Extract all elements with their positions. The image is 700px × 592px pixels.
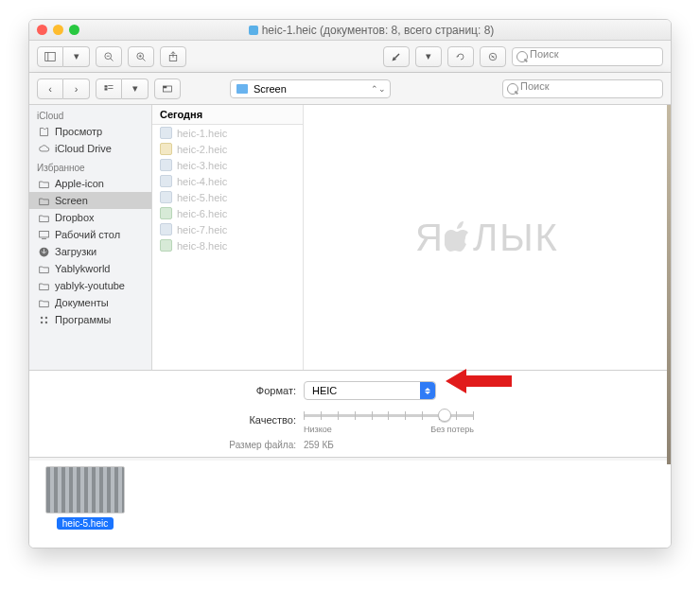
folder-icon: [37, 280, 50, 291]
file-column: Сегодня heic-1.heic heic-2.heic heic-3.h…: [152, 105, 304, 370]
filesize-label: Размер файла:: [29, 440, 296, 450]
titlebar: heic-1.heic (документов: 8, всего страни…: [29, 20, 671, 41]
sidebar-section-fav: Избранное: [29, 157, 151, 175]
svg-point-22: [40, 316, 42, 318]
file-row[interactable]: heic-7.heic: [152, 221, 303, 237]
quality-low-label: Низкое: [304, 425, 332, 434]
svg-line-11: [395, 54, 400, 59]
chevron-updown-icon: [420, 382, 435, 399]
sidebar-item-screen[interactable]: Screen: [29, 192, 151, 209]
markup-button[interactable]: [383, 46, 410, 67]
downloads-icon: [37, 246, 50, 257]
svg-rect-19: [39, 231, 48, 237]
path-popup[interactable]: Screen ⌃⌄: [230, 79, 391, 98]
group-button[interactable]: [154, 78, 181, 99]
watermark-text: ЛЫК: [473, 217, 559, 259]
sidebar-item-apple-icon[interactable]: Apple-icon: [29, 175, 151, 192]
folder-icon: [37, 297, 50, 308]
preview-area: Я ЛЫК: [304, 105, 671, 370]
thumbnail-label: heic-5.heic: [57, 517, 114, 530]
chevron-updown-icon: ⌃⌄: [371, 84, 386, 94]
sidebar-item-icloud-drive[interactable]: iCloud Drive: [29, 140, 151, 157]
file-icon: [160, 127, 172, 139]
preview-window: heic-1.heic (документов: 8, всего страни…: [28, 19, 672, 548]
app-icon: [37, 126, 50, 137]
nav-back-button[interactable]: ‹: [37, 78, 63, 99]
file-row[interactable]: heic-2.heic: [152, 141, 303, 157]
svg-line-3: [111, 58, 114, 61]
desktop-icon: [37, 229, 50, 240]
svg-rect-0: [45, 52, 56, 61]
sidebar-item-dropbox[interactable]: Dropbox: [29, 209, 151, 226]
sidebar: iCloud Просмотр iCloud Drive Избранное A…: [29, 105, 152, 370]
view-mode-button[interactable]: [96, 78, 122, 99]
sheet-search-input[interactable]: Поиск: [502, 79, 663, 98]
sidebar-item-yablykworld[interactable]: Yablykworld: [29, 260, 151, 277]
thumbnail-image: [45, 466, 125, 514]
zoom-out-button[interactable]: [96, 46, 122, 67]
apps-icon: [37, 314, 50, 325]
view-mode-menu[interactable]: ▾: [122, 78, 149, 99]
minimize-icon[interactable]: [53, 25, 63, 35]
sidebar-toggle-menu[interactable]: ▾: [63, 46, 90, 67]
sidebar-item-documents[interactable]: Документы: [29, 294, 151, 311]
file-icon: [160, 175, 172, 187]
sidebar-item-preview[interactable]: Просмотр: [29, 123, 151, 140]
folder-icon: [37, 212, 50, 223]
save-sheet: ‹ › ▾ Screen ⌃⌄ Поиск iC: [29, 73, 671, 461]
watermark-text: Я: [415, 217, 445, 259]
path-popup-label: Screen: [254, 83, 287, 95]
background-strip: [667, 105, 672, 464]
file-row[interactable]: heic-6.heic: [152, 205, 303, 221]
markup-menu[interactable]: ▾: [415, 46, 442, 67]
format-popup[interactable]: HEIC: [304, 381, 436, 400]
file-column-header: Сегодня: [152, 105, 303, 125]
file-row[interactable]: heic-3.heic: [152, 157, 303, 173]
slider-knob[interactable]: [438, 409, 451, 422]
background-thumbnails: heic-5.heic: [29, 461, 671, 548]
svg-line-6: [143, 58, 146, 61]
zoom-icon[interactable]: [69, 25, 79, 35]
sidebar-section-icloud: iCloud: [29, 105, 151, 123]
nav-forward-button[interactable]: ›: [63, 78, 90, 99]
svg-rect-16: [108, 88, 113, 89]
svg-point-25: [44, 321, 46, 322]
file-icon: [160, 223, 172, 235]
toolbar-search-input[interactable]: Поиск: [512, 47, 663, 66]
svg-point-23: [44, 316, 46, 318]
sidebar-item-yablyk-youtube[interactable]: yablyk-youtube: [29, 277, 151, 294]
folder-icon: [236, 84, 248, 94]
close-icon[interactable]: [37, 25, 47, 35]
sidebar-item-desktop[interactable]: Рабочий стол: [29, 226, 151, 243]
quality-slider[interactable]: [304, 406, 474, 425]
thumbnail[interactable]: heic-5.heic: [43, 466, 128, 530]
zoom-in-button[interactable]: [128, 46, 154, 67]
svg-point-24: [40, 321, 42, 322]
file-icon: [160, 191, 172, 203]
folder-icon: [37, 178, 50, 189]
file-row[interactable]: heic-1.heic: [152, 125, 303, 141]
file-icon: [160, 143, 172, 155]
cloud-icon: [37, 143, 50, 154]
sidebar-item-apps[interactable]: Программы: [29, 311, 151, 328]
filesize-value: 259 КБ: [304, 440, 334, 450]
format-value: HEIC: [312, 385, 337, 396]
svg-rect-18: [164, 86, 167, 88]
file-icon: [160, 207, 172, 219]
window-title: heic-1.heic (документов: 8, всего страни…: [262, 24, 495, 37]
file-row[interactable]: heic-8.heic: [152, 237, 303, 253]
share-button[interactable]: [160, 46, 186, 67]
rotate-button[interactable]: [447, 46, 474, 67]
svg-rect-15: [108, 85, 113, 86]
svg-marker-26: [446, 369, 512, 393]
format-label: Формат:: [29, 385, 296, 396]
folder-icon: [37, 195, 50, 206]
sidebar-toggle-button[interactable]: [37, 46, 63, 67]
file-row[interactable]: heic-5.heic: [152, 189, 303, 205]
sidebar-item-downloads[interactable]: Загрузки: [29, 243, 151, 260]
export-options: Формат: HEIC Качество:: [29, 371, 671, 457]
markup-toolbar-button[interactable]: [480, 46, 506, 67]
file-icon: [160, 159, 172, 171]
svg-rect-14: [105, 88, 108, 90]
file-row[interactable]: heic-4.heic: [152, 173, 303, 189]
